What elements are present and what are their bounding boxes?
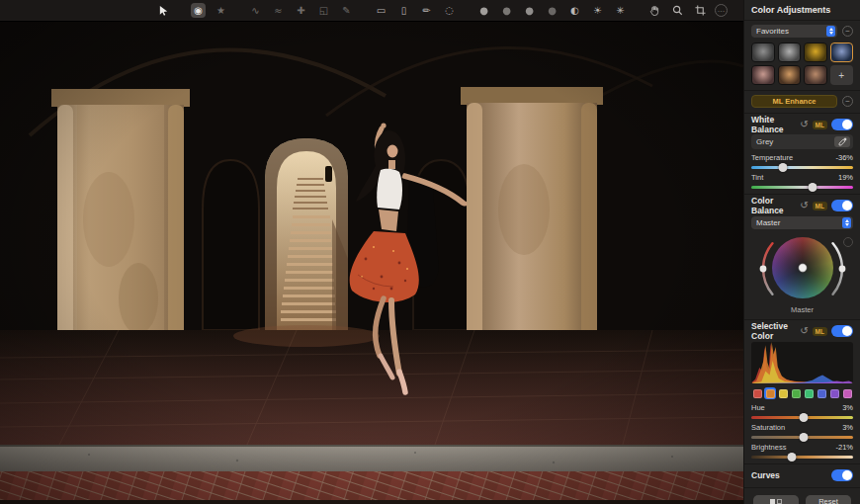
- eyedropper-icon: [838, 137, 847, 146]
- color-swatch[interactable]: [777, 387, 789, 399]
- zoom-tool[interactable]: [670, 3, 685, 18]
- color-balance-label: Color Balance: [751, 196, 796, 215]
- arrow-tool[interactable]: [156, 3, 171, 18]
- saturation-value: 3%: [842, 423, 853, 432]
- compare-icon: [770, 499, 775, 504]
- temperature-slider-thumb[interactable]: [778, 163, 787, 172]
- hue-slider[interactable]: [751, 416, 853, 419]
- saturation-label: Saturation: [751, 423, 785, 432]
- lasso-tool[interactable]: ∿: [248, 3, 263, 18]
- wheel-center-handle[interactable]: [799, 264, 807, 272]
- shape-tool[interactable]: ▭: [374, 3, 388, 18]
- magic-wand-tool[interactable]: ★: [214, 3, 228, 18]
- remove-preset-button[interactable]: −: [842, 26, 853, 37]
- crop-tool[interactable]: [693, 3, 708, 18]
- curves-toggle[interactable]: [831, 469, 853, 481]
- selective-color-ml-badge[interactable]: ML: [813, 327, 827, 336]
- preset-thumbnail[interactable]: [804, 65, 827, 85]
- temperature-slider[interactable]: [751, 166, 853, 169]
- tint-label: Tint: [751, 173, 763, 182]
- selective-color-reset-icon[interactable]: ↺: [800, 326, 808, 336]
- grey-label: Grey: [756, 137, 834, 146]
- right-arc-handle[interactable]: [839, 266, 846, 273]
- color-balance-select-value: Master: [756, 218, 842, 227]
- curves-label: Curves: [751, 470, 827, 480]
- histogram: [751, 342, 853, 383]
- preset-thumbnail[interactable]: [804, 42, 827, 62]
- eyedropper-button[interactable]: [834, 136, 850, 147]
- photo-canvas[interactable]: [0, 22, 743, 504]
- color-balance-ml-badge[interactable]: ML: [813, 202, 827, 210]
- preset-thumbnail[interactable]: [751, 42, 775, 62]
- dodge-tool[interactable]: ◌: [442, 3, 457, 18]
- reset-button[interactable]: Reset: [806, 495, 851, 504]
- brightness-slider[interactable]: [751, 456, 853, 459]
- left-arc-handle[interactable]: [760, 266, 767, 273]
- wheel-caption: Master: [751, 305, 853, 314]
- brightness-value: -21%: [835, 443, 853, 452]
- tint-slider-thumb[interactable]: [808, 183, 817, 192]
- hue-label: Hue: [751, 403, 765, 412]
- brightness-tool[interactable]: ☀: [590, 3, 605, 18]
- color-swatch[interactable]: [803, 387, 815, 399]
- app-window: ◉★∿≈✚◱✎▭▯✏◌●●●●◐☀✳ …: [0, 0, 860, 504]
- toolbar-tools: ◉★∿≈✚◱✎▭▯✏◌●●●●◐☀✳: [156, 3, 708, 18]
- fill-tool[interactable]: ▯: [396, 3, 411, 18]
- canvas-area: [0, 22, 743, 504]
- presets-select[interactable]: Favorites: [751, 25, 837, 38]
- white-balance-reset-icon[interactable]: ↺: [800, 120, 808, 129]
- white-balance-toggle[interactable]: [831, 119, 853, 130]
- white-balance-ml-badge[interactable]: ML: [813, 121, 827, 129]
- color-swatch[interactable]: [816, 387, 827, 399]
- color-swatch[interactable]: [828, 387, 840, 399]
- pen-tool[interactable]: ✎: [339, 3, 354, 18]
- quick-selection-tool[interactable]: ◉: [191, 3, 206, 18]
- hue-slider-thumb[interactable]: [799, 413, 808, 422]
- sparkle-tool[interactable]: ✳: [613, 3, 628, 18]
- selective-color-toggle[interactable]: [831, 325, 853, 337]
- clone-tool[interactable]: ◱: [316, 3, 331, 18]
- color-swatch[interactable]: [764, 387, 776, 399]
- sharpen-tool[interactable]: ●: [522, 3, 537, 18]
- color-swatch[interactable]: [790, 387, 802, 399]
- soften-tool[interactable]: ●: [476, 3, 491, 18]
- saturation-slider[interactable]: [751, 436, 853, 439]
- stepper-icon: [826, 26, 835, 37]
- brightness-slider-thumb[interactable]: [788, 453, 797, 462]
- swatch-row: [751, 387, 853, 399]
- hand-tool[interactable]: [647, 3, 662, 18]
- color-balance-select[interactable]: Master: [751, 216, 853, 229]
- saturation-slider-thumb[interactable]: [799, 433, 808, 442]
- add-preset-button[interactable]: +: [830, 65, 854, 85]
- hue-value: 3%: [842, 403, 853, 412]
- panel-title: Color Adjustments: [751, 5, 830, 15]
- main-area: ◉★∿≈✚◱✎▭▯✏◌●●●●◐☀✳ …: [0, 0, 743, 504]
- preset-thumbnail[interactable]: [778, 42, 802, 62]
- color-swatch[interactable]: [841, 387, 853, 399]
- ml-enhance-button[interactable]: ML Enhance: [751, 95, 837, 108]
- contrast-tool[interactable]: ◐: [567, 3, 582, 18]
- color-swatch[interactable]: [751, 387, 763, 399]
- brightness-label: Brightness: [751, 443, 786, 452]
- histogram-svg: [751, 342, 853, 383]
- color-balance-toggle[interactable]: [831, 200, 853, 211]
- preset-grid: +: [751, 42, 853, 85]
- preset-thumbnail[interactable]: [778, 65, 802, 85]
- more-options-button[interactable]: …: [715, 4, 728, 17]
- white-balance-label: White Balance: [751, 115, 796, 134]
- blur-tool[interactable]: ●: [499, 3, 514, 18]
- smart-lasso-tool[interactable]: ≈: [271, 3, 286, 18]
- heal-tool[interactable]: ✚: [294, 3, 308, 18]
- preset-thumbnail[interactable]: [830, 42, 854, 62]
- color-adjustments-panel: Color Adjustments Favorites − + ML Enhan…: [743, 0, 860, 504]
- remove-ml-enhance-button[interactable]: −: [842, 96, 853, 107]
- pencil-tool[interactable]: ✏: [419, 3, 434, 18]
- color-balance-reset-icon[interactable]: ↺: [800, 201, 808, 210]
- preset-thumbnail[interactable]: [751, 65, 775, 85]
- compare-icon: [777, 499, 782, 504]
- tint-slider[interactable]: [751, 186, 853, 189]
- wheel-reset-icon[interactable]: [844, 238, 853, 247]
- desaturate-tool[interactable]: ●: [545, 3, 559, 18]
- compare-button[interactable]: [753, 495, 799, 504]
- toolbar: ◉★∿≈✚◱✎▭▯✏◌●●●●◐☀✳ …: [0, 0, 743, 22]
